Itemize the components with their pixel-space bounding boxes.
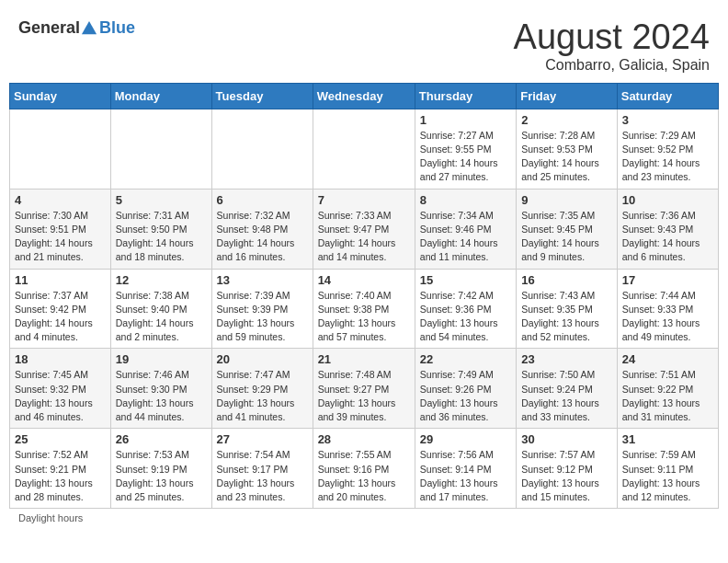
svg-marker-0 [82,20,97,33]
calendar-cell: 3Sunrise: 7:29 AMSunset: 9:52 PMDaylight… [617,109,718,189]
calendar-cell: 11Sunrise: 7:37 AMSunset: 9:42 PMDayligh… [10,269,111,349]
calendar-week-5: 25Sunrise: 7:52 AMSunset: 9:21 PMDayligh… [10,429,719,509]
title-area: August 2024 Combarro, Galicia, Spain [514,18,710,74]
calendar-cell [10,109,111,189]
day-number: 15 [420,273,511,287]
calendar-cell: 25Sunrise: 7:52 AMSunset: 9:21 PMDayligh… [10,429,111,509]
calendar-cell: 24Sunrise: 7:51 AMSunset: 9:22 PMDayligh… [617,349,718,429]
calendar-header-saturday: Saturday [617,83,718,109]
calendar-table: SundayMondayTuesdayWednesdayThursdayFrid… [9,83,719,509]
day-info: Sunrise: 7:48 AMSunset: 9:27 PMDaylight:… [318,368,410,424]
day-info: Sunrise: 7:43 AMSunset: 9:35 PMDaylight:… [521,289,612,345]
day-info: Sunrise: 7:29 AMSunset: 9:52 PMDaylight:… [622,129,713,185]
logo-icon [81,20,97,37]
calendar-cell: 13Sunrise: 7:39 AMSunset: 9:39 PMDayligh… [211,269,313,349]
calendar-cell: 12Sunrise: 7:38 AMSunset: 9:40 PMDayligh… [110,269,211,349]
day-number: 10 [622,193,713,207]
calendar-header-wednesday: Wednesday [313,83,415,109]
month-year-title: August 2024 [514,18,710,57]
header: General Blue August 2024 Combarro, Galic… [9,9,719,78]
day-info: Sunrise: 7:39 AMSunset: 9:39 PMDaylight:… [217,289,308,345]
calendar-week-3: 11Sunrise: 7:37 AMSunset: 9:42 PMDayligh… [10,269,719,349]
day-info: Sunrise: 7:47 AMSunset: 9:29 PMDaylight:… [217,368,308,424]
calendar-cell: 29Sunrise: 7:56 AMSunset: 9:14 PMDayligh… [415,429,516,509]
day-number: 19 [116,352,207,366]
calendar-cell: 16Sunrise: 7:43 AMSunset: 9:35 PMDayligh… [517,269,618,349]
calendar-cell: 7Sunrise: 7:33 AMSunset: 9:47 PMDaylight… [313,189,415,269]
day-info: Sunrise: 7:56 AMSunset: 9:14 PMDaylight:… [420,448,511,504]
day-info: Sunrise: 7:46 AMSunset: 9:30 PMDaylight:… [116,368,207,424]
day-info: Sunrise: 7:40 AMSunset: 9:38 PMDaylight:… [318,289,410,345]
calendar-cell: 14Sunrise: 7:40 AMSunset: 9:38 PMDayligh… [313,269,415,349]
calendar-header-sunday: Sunday [10,83,111,109]
day-number: 16 [521,273,612,287]
day-number: 14 [318,273,410,287]
day-info: Sunrise: 7:36 AMSunset: 9:43 PMDaylight:… [622,209,713,265]
day-info: Sunrise: 7:50 AMSunset: 9:24 PMDaylight:… [521,368,612,424]
location-subtitle: Combarro, Galicia, Spain [514,57,710,74]
calendar-week-4: 18Sunrise: 7:45 AMSunset: 9:32 PMDayligh… [10,349,719,429]
calendar-cell: 4Sunrise: 7:30 AMSunset: 9:51 PMDaylight… [10,189,111,269]
day-number: 31 [622,432,713,446]
calendar-cell [110,109,211,189]
calendar-cell: 2Sunrise: 7:28 AMSunset: 9:53 PMDaylight… [517,109,618,189]
calendar-header-monday: Monday [110,83,211,109]
day-info: Sunrise: 7:42 AMSunset: 9:36 PMDaylight:… [420,289,511,345]
day-info: Sunrise: 7:32 AMSunset: 9:48 PMDaylight:… [217,209,308,265]
day-info: Sunrise: 7:51 AMSunset: 9:22 PMDaylight:… [622,368,713,424]
day-number: 17 [622,273,713,287]
logo-blue: Blue [99,18,135,37]
calendar-header-friday: Friday [517,83,618,109]
day-number: 24 [622,352,713,366]
calendar-cell [313,109,415,189]
day-number: 21 [318,352,410,366]
day-number: 11 [15,273,106,287]
day-number: 29 [420,432,511,446]
day-number: 13 [217,273,308,287]
calendar-cell [211,109,313,189]
day-number: 9 [521,193,612,207]
calendar-cell: 30Sunrise: 7:57 AMSunset: 9:12 PMDayligh… [517,429,618,509]
calendar-cell: 27Sunrise: 7:54 AMSunset: 9:17 PMDayligh… [211,429,313,509]
day-number: 28 [318,432,410,446]
logo-general: General [18,18,80,38]
day-number: 7 [318,193,410,207]
day-info: Sunrise: 7:28 AMSunset: 9:53 PMDaylight:… [521,129,612,185]
day-number: 3 [622,113,713,127]
calendar-cell: 9Sunrise: 7:35 AMSunset: 9:45 PMDaylight… [517,189,618,269]
day-info: Sunrise: 7:55 AMSunset: 9:16 PMDaylight:… [318,448,410,504]
day-info: Sunrise: 7:37 AMSunset: 9:42 PMDaylight:… [15,289,106,345]
calendar-header-tuesday: Tuesday [211,83,313,109]
day-info: Sunrise: 7:27 AMSunset: 9:55 PMDaylight:… [420,129,511,185]
day-info: Sunrise: 7:44 AMSunset: 9:33 PMDaylight:… [622,289,713,345]
calendar-cell: 20Sunrise: 7:47 AMSunset: 9:29 PMDayligh… [211,349,313,429]
day-number: 26 [116,432,207,446]
day-info: Sunrise: 7:34 AMSunset: 9:46 PMDaylight:… [420,209,511,265]
calendar-cell: 5Sunrise: 7:31 AMSunset: 9:50 PMDaylight… [110,189,211,269]
day-info: Sunrise: 7:35 AMSunset: 9:45 PMDaylight:… [521,209,612,265]
day-info: Sunrise: 7:38 AMSunset: 9:40 PMDaylight:… [116,289,207,345]
calendar-cell: 8Sunrise: 7:34 AMSunset: 9:46 PMDaylight… [415,189,516,269]
calendar-cell: 10Sunrise: 7:36 AMSunset: 9:43 PMDayligh… [617,189,718,269]
day-info: Sunrise: 7:49 AMSunset: 9:26 PMDaylight:… [420,368,511,424]
calendar-cell: 1Sunrise: 7:27 AMSunset: 9:55 PMDaylight… [415,109,516,189]
calendar-cell: 6Sunrise: 7:32 AMSunset: 9:48 PMDaylight… [211,189,313,269]
calendar-cell: 21Sunrise: 7:48 AMSunset: 9:27 PMDayligh… [313,349,415,429]
calendar-cell: 28Sunrise: 7:55 AMSunset: 9:16 PMDayligh… [313,429,415,509]
calendar-cell: 23Sunrise: 7:50 AMSunset: 9:24 PMDayligh… [517,349,618,429]
day-number: 1 [420,113,511,127]
calendar-header-row: SundayMondayTuesdayWednesdayThursdayFrid… [10,83,719,109]
calendar-week-1: 1Sunrise: 7:27 AMSunset: 9:55 PMDaylight… [10,109,719,189]
day-info: Sunrise: 7:45 AMSunset: 9:32 PMDaylight:… [15,368,106,424]
day-number: 23 [521,352,612,366]
day-number: 20 [217,352,308,366]
calendar-cell: 18Sunrise: 7:45 AMSunset: 9:32 PMDayligh… [10,349,111,429]
day-number: 27 [217,432,308,446]
day-number: 4 [15,193,106,207]
day-info: Sunrise: 7:31 AMSunset: 9:50 PMDaylight:… [116,209,207,265]
day-info: Sunrise: 7:33 AMSunset: 9:47 PMDaylight:… [318,209,410,265]
day-info: Sunrise: 7:30 AMSunset: 9:51 PMDaylight:… [15,209,106,265]
day-number: 30 [521,432,612,446]
day-number: 25 [15,432,106,446]
calendar-week-2: 4Sunrise: 7:30 AMSunset: 9:51 PMDaylight… [10,189,719,269]
